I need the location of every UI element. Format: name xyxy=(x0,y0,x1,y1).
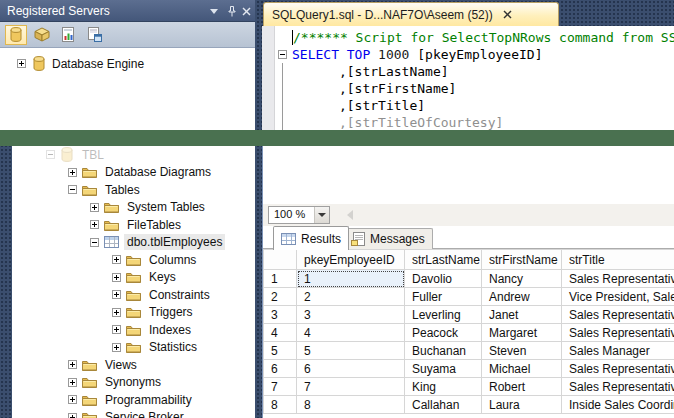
grid-cell[interactable]: Sales Representative xyxy=(562,270,674,288)
expand-plus-icon[interactable] xyxy=(68,360,77,369)
splitter-status-band[interactable] xyxy=(0,130,674,146)
grid-cell[interactable]: 6 xyxy=(297,360,405,378)
tree-item-tbl[interactable]: TBL xyxy=(12,146,255,164)
grid-cell[interactable]: Fuller xyxy=(405,288,482,306)
column-header-strTitle[interactable]: strTitle xyxy=(562,250,674,270)
grid-cell[interactable]: Sales Representative xyxy=(562,306,674,324)
expand-plus-icon[interactable] xyxy=(68,378,77,387)
grid-cell[interactable]: 7 xyxy=(297,378,405,396)
grid-cell[interactable]: King xyxy=(405,378,482,396)
code-line[interactable]: ,[strFirstName] xyxy=(276,80,674,97)
chevron-down-icon[interactable] xyxy=(314,207,329,223)
expand-plus-icon[interactable] xyxy=(68,395,77,404)
grid-cell[interactable]: Robert xyxy=(482,378,562,396)
grid-cell[interactable]: Nancy xyxy=(482,270,562,288)
row-header[interactable]: 5 xyxy=(264,342,297,360)
code-line[interactable]: ,[strTitle] xyxy=(276,97,674,114)
grid-cell[interactable]: Sales Manager xyxy=(562,342,674,360)
grid-cell[interactable]: Peacock xyxy=(405,324,482,342)
grid-cell[interactable]: Janet xyxy=(482,306,562,324)
column-header-strFirstName[interactable]: strFirstName xyxy=(482,250,562,270)
window-menu-icon[interactable] xyxy=(207,4,221,18)
grid-cell[interactable]: Inside Sales Coordinator xyxy=(562,396,674,414)
grid-cell[interactable]: 5 xyxy=(297,342,405,360)
expand-minus-icon[interactable] xyxy=(46,150,55,159)
expand-plus-icon[interactable] xyxy=(112,255,121,264)
code-line[interactable]: ,[strTitleOfCourtesy] xyxy=(276,114,674,130)
code-line[interactable]: /****** Script for SelectTopNRows comman… xyxy=(276,29,674,46)
row-header[interactable]: 1 xyxy=(264,270,297,288)
grid-cell[interactable]: Sales Representative xyxy=(562,378,674,396)
grid-cell[interactable]: Davolio xyxy=(405,270,482,288)
analysis-services-icon[interactable] xyxy=(31,25,53,45)
expand-plus-icon[interactable] xyxy=(90,203,99,212)
zoom-level-select[interactable]: 100 % xyxy=(268,206,330,224)
tree-item-constraints[interactable]: Constraints xyxy=(12,286,255,304)
tab-close-icon[interactable] xyxy=(503,8,512,22)
expand-plus-icon[interactable] xyxy=(17,59,26,68)
tab-results[interactable]: Results xyxy=(273,226,349,250)
row-header[interactable]: 3 xyxy=(264,306,297,324)
expand-plus-icon[interactable] xyxy=(68,413,77,418)
column-header-pkeyEmployeeID[interactable]: pkeyEmployeeID xyxy=(297,250,405,270)
expand-plus-icon[interactable] xyxy=(90,220,99,229)
grid-cell[interactable]: 4 xyxy=(297,324,405,342)
tree-item-columns[interactable]: Columns xyxy=(12,251,255,269)
row-header[interactable]: 4 xyxy=(264,324,297,342)
outline-collapse-icon[interactable] xyxy=(276,46,292,63)
row-header[interactable]: 8 xyxy=(264,396,297,414)
tree-item-database-engine[interactable]: Database Engine xyxy=(0,48,255,71)
tree-item-system-tables[interactable]: System Tables xyxy=(12,199,255,217)
grid-cell[interactable]: Sales Representative xyxy=(562,360,674,378)
row-header[interactable]: 7 xyxy=(264,378,297,396)
grid-cell[interactable]: Leverling xyxy=(405,306,482,324)
grid-cell[interactable]: Andrew xyxy=(482,288,562,306)
sql-editor[interactable]: /****** Script for SelectTopNRows comman… xyxy=(262,26,674,130)
expand-plus-icon[interactable] xyxy=(112,308,121,317)
tree-item-triggers[interactable]: Triggers xyxy=(12,304,255,322)
grid-cell[interactable]: 1 xyxy=(297,270,405,288)
grid-cell[interactable]: Callahan xyxy=(405,396,482,414)
grid-cell[interactable]: Margaret xyxy=(482,324,562,342)
code-line[interactable]: ,[strLastName] xyxy=(276,63,674,80)
grid-cell[interactable]: 8 xyxy=(297,396,405,414)
row-header[interactable]: 6 xyxy=(264,360,297,378)
expand-plus-icon[interactable] xyxy=(112,343,121,352)
tree-item-indexes[interactable]: Indexes xyxy=(12,321,255,339)
tab-sqlquery1[interactable]: SQLQuery1.sql - D...NAF7O\Aseem (52)) xyxy=(263,2,559,26)
grid-cell[interactable]: Vice President, Sales xyxy=(562,288,674,306)
grid-cell[interactable]: 2 xyxy=(297,288,405,306)
grid-cell[interactable]: 3 xyxy=(297,306,405,324)
grid-cell[interactable]: Suyama xyxy=(405,360,482,378)
tree-item-filetables[interactable]: FileTables xyxy=(12,216,255,234)
tree-item-keys[interactable]: Keys xyxy=(12,269,255,287)
grid-cell[interactable]: Sales Representative xyxy=(562,324,674,342)
scroll-left-icon[interactable] xyxy=(347,210,353,220)
grid-cell[interactable]: Steven xyxy=(482,342,562,360)
integration-services-icon[interactable] xyxy=(83,25,105,45)
expand-plus-icon[interactable] xyxy=(68,168,77,177)
code-line[interactable]: SELECT TOP 1000 [pkeyEmployeeID] xyxy=(276,46,674,63)
tree-item-programmability[interactable]: Programmability xyxy=(12,391,255,409)
grid-cell[interactable]: Laura xyxy=(482,396,562,414)
tree-item-statistics[interactable]: Statistics xyxy=(12,339,255,357)
expand-minus-icon[interactable] xyxy=(68,185,77,194)
reporting-services-icon[interactable] xyxy=(57,25,79,45)
grid-corner-cell[interactable] xyxy=(264,250,297,270)
tree-item-synonyms[interactable]: Synonyms xyxy=(12,374,255,392)
grid-cell[interactable]: Buchanan xyxy=(405,342,482,360)
tree-item-service-broker[interactable]: Service Broker xyxy=(12,409,255,418)
grid-cell[interactable]: Michael xyxy=(482,360,562,378)
tree-item-views[interactable]: Views xyxy=(12,356,255,374)
close-icon[interactable] xyxy=(239,4,253,18)
row-header[interactable]: 2 xyxy=(264,288,297,306)
tab-messages[interactable]: Messages xyxy=(343,228,433,249)
pin-icon[interactable] xyxy=(225,4,239,18)
expand-minus-icon[interactable] xyxy=(90,238,99,247)
tree-item-dbo-tblemployees[interactable]: dbo.tblEmployees xyxy=(12,234,255,252)
tree-item-database-diagrams[interactable]: Database Diagrams xyxy=(12,164,255,182)
column-header-strLastName[interactable]: strLastName xyxy=(405,250,482,270)
database-engine-icon[interactable] xyxy=(5,25,27,45)
expand-plus-icon[interactable] xyxy=(112,325,121,334)
tree-item-tables[interactable]: Tables xyxy=(12,181,255,199)
